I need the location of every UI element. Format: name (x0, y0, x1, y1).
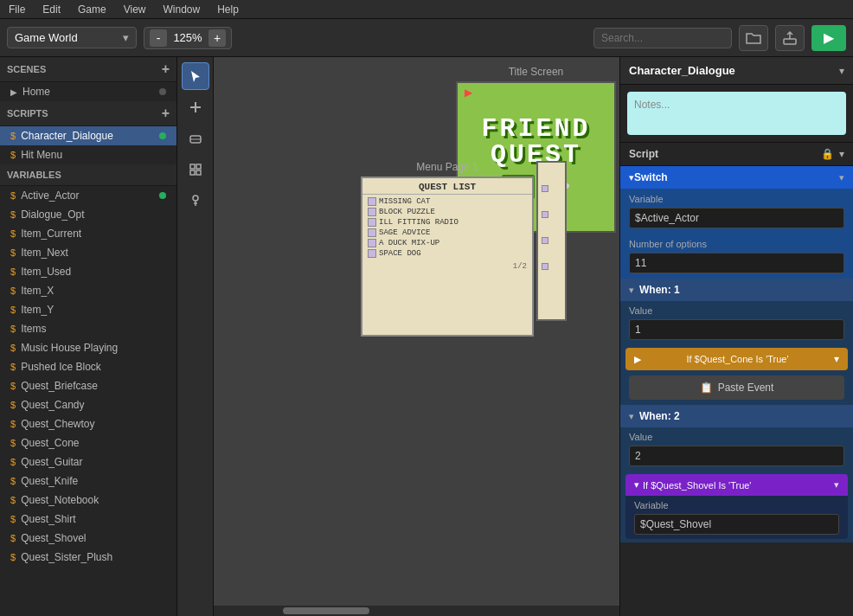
sidebar-item-char-dot (159, 132, 166, 139)
sidebar-item-var-10[interactable]: $Quest_Briefcase (0, 376, 176, 395)
menu-edit[interactable]: Edit (37, 2, 66, 17)
script-label: Script (629, 148, 658, 160)
sidebar-item-character-dialogue-label: Character_Dialogue (21, 130, 113, 142)
menu-view[interactable]: View (119, 2, 151, 17)
menu-page-box[interactable]: QUEST LIST MISSING CATBLOCK PUZZLEILL FI… (361, 176, 534, 337)
variables-section-header[interactable]: VARIABLES (0, 164, 176, 186)
canvas-scrollbar-thumb[interactable] (283, 607, 369, 614)
var-dollar-icon: $ (10, 247, 16, 258)
when1-value-input[interactable] (629, 319, 844, 340)
side-dot-1 (542, 185, 548, 192)
sidebar-item-var-15[interactable]: $Quest_Knife (0, 472, 176, 491)
search-input[interactable] (593, 28, 732, 48)
sidebar-item-var-12[interactable]: $Quest_Chewtoy (0, 414, 176, 433)
menu-game[interactable]: Game (73, 2, 112, 17)
sidebar-item-var-2[interactable]: $Item_Current (0, 224, 176, 243)
when2-header[interactable]: ▾ When: 2 (620, 405, 853, 427)
quest-item-label-2: ILL FITTING RADIO (379, 218, 459, 227)
sidebar-item-var-7[interactable]: $Items (0, 319, 176, 338)
paste-event-button[interactable]: 📋 Paste Event (629, 375, 844, 400)
switch-options-icon[interactable]: ▾ (839, 172, 844, 183)
canvas-area[interactable]: Title Screen ▶ FRIEND QUEST 🐕 → ❤️ (214, 57, 619, 616)
sidebar-item-var-9[interactable]: $Pushed Ice Block (0, 357, 176, 376)
sidebar-item-var-19[interactable]: $Quest_Sister_Plush (0, 548, 176, 567)
sidebar-item-var-18[interactable]: $Quest_Shovel (0, 529, 176, 548)
tile-tool-button[interactable] (182, 156, 209, 183)
if2-options-icon[interactable]: ▾ (834, 479, 839, 491)
sidebar-item-var-14[interactable]: $Quest_Guitar (0, 452, 176, 472)
if2-var-select[interactable]: $Quest_Shovel (634, 514, 839, 535)
var-label: Quest_Chewtoy (21, 418, 94, 430)
script-arrow-icon[interactable]: ▾ (839, 148, 844, 160)
when2-value-input[interactable] (629, 446, 844, 466)
sidebar-item-character-dialogue[interactable]: $ Character_Dialogue (0, 126, 176, 145)
var-label: Quest_Notebook (21, 494, 99, 506)
play-button[interactable]: ▶ (811, 25, 846, 51)
quest-checkbox-4 (368, 239, 376, 247)
if2-header[interactable]: ▾ If $Quest_Shovel Is 'True' ▾ (625, 474, 848, 496)
var-label: Active_Actor (21, 189, 79, 202)
var-dollar-icon: $ (10, 495, 16, 505)
folder-icon-button[interactable] (739, 25, 768, 51)
scripts-section-header[interactable]: SCRIPTS + (0, 101, 176, 126)
quest-item-label-0: MISSING CAT (379, 197, 430, 206)
canvas-horizontal-scrollbar[interactable] (214, 606, 619, 616)
sidebar-item-hit-menu[interactable]: $ Hit Menu (0, 145, 176, 164)
notes-area[interactable]: Notes... (627, 92, 846, 135)
side-dot-2 (542, 211, 548, 218)
sidebar-item-var-4[interactable]: $Item_Used (0, 262, 176, 281)
scripts-add-button[interactable]: + (162, 106, 170, 120)
sidebar-item-var-8[interactable]: $Music House Playing (0, 338, 176, 357)
left-tools (177, 57, 214, 616)
eraser-tool-button[interactable] (182, 125, 209, 152)
variable-select[interactable]: $Active_Actor (629, 208, 844, 228)
quest-item-label-1: BLOCK PUZZLE (379, 208, 435, 216)
var-dollar-icon: $ (10, 362, 16, 372)
add-tool-button[interactable] (182, 93, 209, 121)
svg-rect-4 (190, 170, 195, 175)
num-options-input[interactable] (629, 253, 844, 273)
svg-point-6 (193, 196, 198, 201)
scenes-section-header[interactable]: SCENES + (0, 57, 176, 82)
quest-item-5: SPACE DOG (368, 248, 527, 259)
switch-header[interactable]: ▾ Switch ▾ (620, 166, 853, 189)
sidebar-item-var-0[interactable]: $Active_Actor (0, 186, 176, 205)
if1-options-icon[interactable]: ▾ (834, 353, 839, 365)
sidebar-item-var-6[interactable]: $Item_Y (0, 300, 176, 319)
export-icon-button[interactable] (775, 25, 805, 51)
sidebar-item-var-5[interactable]: $Item_X (0, 281, 176, 300)
menubar: File Edit Game View Window Help (0, 0, 853, 19)
sidebar-item-var-3[interactable]: $Item_Next (0, 243, 176, 262)
script-icon-0: $ (10, 131, 16, 141)
rp-collapse-icon[interactable]: ▾ (839, 65, 844, 77)
sidebar-item-var-13[interactable]: $Quest_Cone (0, 433, 176, 452)
cursor-tool-button[interactable] (182, 62, 209, 90)
menu-help[interactable]: Help (212, 2, 244, 17)
var-label: Items (21, 323, 46, 335)
var-dollar-icon: $ (10, 228, 16, 239)
script-icons: 🔒 ▾ (821, 148, 844, 160)
menu-file[interactable]: File (3, 2, 30, 17)
paste-event-label: Paste Event (718, 382, 774, 394)
menu-window[interactable]: Window (158, 2, 206, 17)
scenes-add-button[interactable]: + (162, 62, 170, 76)
sidebar-item-var-1[interactable]: $Dialogue_Opt (0, 205, 176, 224)
zoom-minus-button[interactable]: - (150, 29, 167, 47)
zoom-plus-button[interactable]: + (208, 29, 226, 47)
sidebar-item-var-11[interactable]: $Quest_Candy (0, 395, 176, 414)
var-label: Quest_Cone (21, 437, 79, 449)
when1-header[interactable]: ▾ When: 1 (620, 279, 853, 301)
lock-icon: 🔒 (821, 148, 834, 160)
sidebar-item-var-17[interactable]: $Quest_Shirt (0, 510, 176, 529)
if1-header[interactable]: ▶ If $Quest_Cone Is 'True' ▾ (625, 348, 848, 370)
quest-item-4: A DUCK MIX-UP (368, 238, 527, 248)
sidebar-item-home-label: Home (22, 86, 50, 98)
paint-tool-button[interactable] (182, 187, 209, 215)
world-selector[interactable]: Game World ▾ (7, 27, 137, 48)
sidebar-item-home[interactable]: ▶ Home (0, 82, 176, 101)
when2-block: ▾ When: 2 Value ▾ If $Quest_Shovel Is 'T… (620, 405, 853, 542)
var-dollar-icon: $ (10, 209, 16, 220)
var-dollar-icon: $ (10, 552, 16, 562)
svg-rect-3 (196, 164, 201, 169)
sidebar-item-var-16[interactable]: $Quest_Notebook (0, 491, 176, 510)
